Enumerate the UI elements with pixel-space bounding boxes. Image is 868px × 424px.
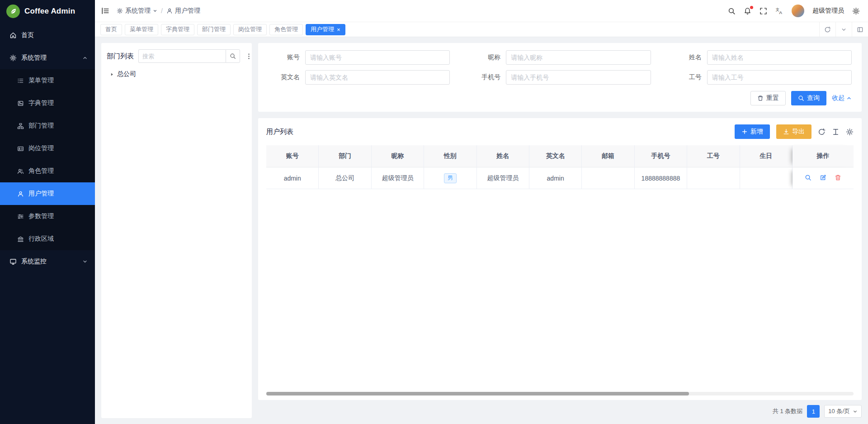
en-name-input[interactable]: [305, 70, 450, 85]
tab-label: 岗位管理: [238, 25, 262, 33]
collapse-link[interactable]: 收起: [832, 94, 852, 102]
add-button[interactable]: 新增: [735, 124, 770, 139]
job-no-input[interactable]: [707, 70, 852, 85]
chevron-up-icon: [846, 95, 852, 101]
reset-button[interactable]: 重置: [750, 91, 786, 105]
dots-vertical-icon[interactable]: [245, 52, 253, 61]
collapse-link-label: 收起: [832, 94, 844, 102]
breadcrumb-label: 系统管理: [125, 7, 151, 15]
sidebar-group-label: 系统监控: [21, 257, 78, 266]
right-column: 账号 昵称 姓名 英文名: [258, 43, 862, 418]
chevron-down-icon: [82, 259, 88, 264]
page-button-1[interactable]: 1: [807, 405, 820, 418]
gender-badge: 男: [444, 173, 457, 183]
user-list-card: 用户列表 新增 导出: [258, 118, 862, 400]
pagination: 共 1 条数据 1 10 条/页: [258, 405, 862, 418]
sidebar-item-dict-mgmt[interactable]: 字典管理: [0, 92, 95, 114]
department-search-button[interactable]: [226, 49, 240, 63]
cell-en-name: admin: [529, 167, 582, 189]
account-input[interactable]: [305, 50, 450, 65]
sidebar-group-monitor[interactable]: 系统监控: [0, 250, 95, 273]
tab-dict-mgmt[interactable]: 字典管理: [161, 24, 194, 35]
username[interactable]: 超级管理员: [812, 7, 844, 15]
tab-close-button[interactable]: ×: [337, 27, 340, 33]
scrollbar-thumb[interactable]: [266, 392, 689, 395]
table-header-row: 账号 部门 昵称 性别 姓名 英文名 邮箱 手机号 工号 生日 操作: [266, 145, 854, 167]
tree-node-root[interactable]: 总公司: [107, 68, 246, 80]
department-search: [138, 49, 240, 63]
search-icon: [230, 53, 236, 59]
breadcrumb-separator: /: [161, 7, 163, 14]
tab-home[interactable]: 首页: [100, 24, 122, 35]
cell-birthday: [740, 167, 793, 189]
row-height-icon[interactable]: [832, 128, 840, 136]
edit-icon[interactable]: [820, 174, 826, 181]
sidebar-item-param-mgmt[interactable]: 参数管理: [0, 205, 95, 228]
tab-label: 菜单管理: [130, 25, 153, 33]
sidebar-item-dept-mgmt[interactable]: 部门管理: [0, 114, 95, 137]
tab-menu-mgmt[interactable]: 菜单管理: [125, 24, 158, 35]
breadcrumb-user-mgmt: 用户管理: [166, 7, 200, 15]
refresh-icon[interactable]: [818, 128, 826, 136]
page-size-select[interactable]: 10 条/页: [824, 405, 862, 418]
org-tree-icon: [17, 123, 24, 129]
name-input[interactable]: [707, 50, 852, 65]
query-button[interactable]: 查询: [791, 91, 826, 105]
department-search-input[interactable]: [138, 49, 226, 63]
layout-toggle-icon[interactable]: [852, 22, 868, 37]
department-panel: 部门列表 总公司: [101, 43, 252, 418]
notification-bell-icon[interactable]: [744, 7, 751, 15]
delete-icon[interactable]: [835, 174, 841, 181]
app-title: Coffee Admin: [24, 7, 75, 16]
view-details-icon[interactable]: [805, 174, 811, 181]
avatar[interactable]: [792, 5, 804, 17]
field-en-name: 英文名: [268, 70, 450, 85]
phone-input[interactable]: [506, 70, 651, 85]
sidebar-nav: 首页 系统管理 菜单管理 字典管理 部门管理: [0, 22, 95, 424]
clear-icon: [757, 95, 764, 101]
sidebar-collapse-icon[interactable]: [101, 7, 109, 15]
breadcrumb-system[interactable]: 系统管理: [117, 7, 157, 15]
sidebar-item-label: 字典管理: [28, 99, 54, 107]
settings-gear-icon[interactable]: [852, 7, 860, 15]
bank-icon: [17, 236, 24, 243]
chevron-down-icon: [153, 9, 157, 13]
field-label: 手机号: [469, 73, 500, 81]
sidebar-item-region-mgmt[interactable]: 行政区域: [0, 228, 95, 250]
field-label: 昵称: [469, 53, 500, 62]
sidebar-item-home[interactable]: 首页: [0, 24, 95, 47]
sidebar-item-label: 用户管理: [28, 190, 54, 198]
sidebar-item-role-mgmt[interactable]: 角色管理: [0, 160, 95, 182]
field-account: 账号: [268, 50, 450, 65]
table-row[interactable]: admin 总公司 超级管理员 男 超级管理员 admin 1888888888…: [266, 167, 854, 189]
tab-post-mgmt[interactable]: 岗位管理: [233, 24, 267, 35]
field-phone: 手机号: [469, 70, 651, 85]
refresh-icon[interactable]: [819, 22, 835, 37]
export-button-label: 导出: [792, 128, 805, 136]
tab-options-chevron-icon[interactable]: [835, 22, 852, 37]
user-icon: [166, 8, 173, 14]
nickname-input[interactable]: [506, 50, 651, 65]
fullscreen-icon[interactable]: [760, 7, 767, 15]
sidebar-item-post-mgmt[interactable]: 岗位管理: [0, 137, 95, 160]
search-icon[interactable]: [728, 7, 736, 15]
sidebar-item-menu-mgmt[interactable]: 菜单管理: [0, 69, 95, 92]
column-header-phone: 手机号: [635, 145, 687, 167]
tab-user-mgmt[interactable]: 用户管理 ×: [306, 24, 345, 35]
export-button[interactable]: 导出: [776, 124, 811, 139]
cell-gender: 男: [424, 167, 476, 189]
cell-nickname: 超级管理员: [372, 167, 424, 189]
translate-icon[interactable]: 文A: [775, 7, 783, 15]
people-icon: [17, 168, 24, 175]
column-header-gender: 性别: [424, 145, 476, 167]
sidebar-item-user-mgmt[interactable]: 用户管理: [0, 182, 95, 205]
tab-role-mgmt[interactable]: 角色管理: [269, 24, 303, 35]
cell-job-no: [687, 167, 740, 189]
sidebar-group-system[interactable]: 系统管理: [0, 47, 95, 69]
sidebar-item-label: 岗位管理: [28, 144, 54, 152]
department-panel-title: 部门列表: [107, 52, 134, 61]
tab-dept-mgmt[interactable]: 部门管理: [197, 24, 231, 35]
column-settings-gear-icon[interactable]: [846, 128, 854, 136]
field-label: 工号: [670, 73, 702, 81]
tab-label: 角色管理: [274, 25, 298, 33]
